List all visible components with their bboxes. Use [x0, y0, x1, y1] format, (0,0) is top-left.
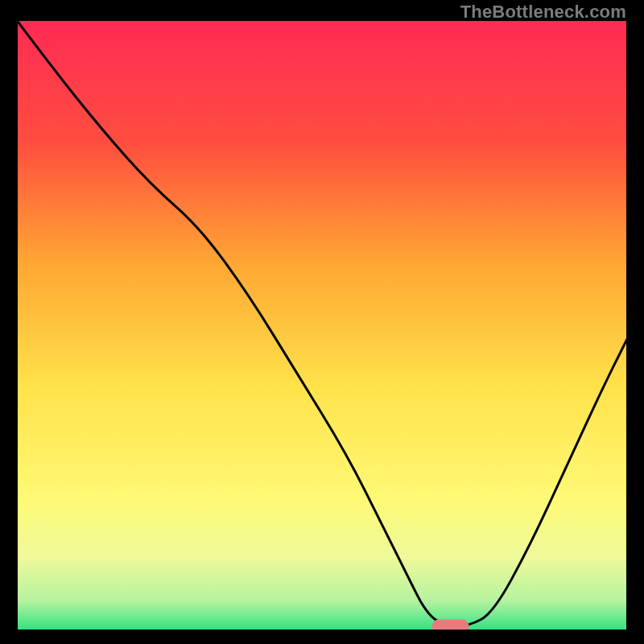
bottleneck-chart [16, 19, 628, 631]
chart-frame [16, 19, 628, 631]
optimal-marker [432, 620, 469, 631]
chart-background [16, 19, 628, 631]
